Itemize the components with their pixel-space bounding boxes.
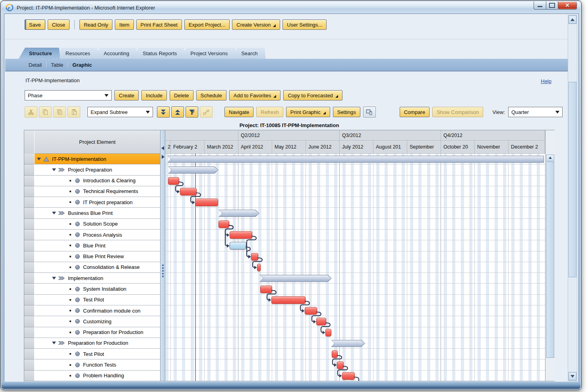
tab-project-versions[interactable]: Project Versions: [180, 48, 236, 59]
expand-all-button[interactable]: [157, 106, 170, 118]
row-selector-cell[interactable]: [24, 273, 34, 284]
chart-scroll-up-button[interactable]: [546, 154, 554, 161]
row-selector-cell[interactable]: [24, 164, 34, 175]
gantt-bar-summary[interactable]: [331, 340, 365, 347]
row-selector-cell[interactable]: [24, 197, 34, 208]
copy-graphic-button[interactable]: [363, 106, 376, 118]
close-button[interactable]: Close: [48, 19, 70, 30]
tree-row[interactable]: Introduction & Clearing: [35, 176, 160, 186]
expander-icon[interactable]: [52, 212, 56, 216]
row-selector-cell[interactable]: [24, 208, 34, 218]
expander-icon[interactable]: [52, 342, 56, 346]
gantt-bar-summary[interactable]: [168, 166, 219, 174]
row-selector-cell[interactable]: [24, 316, 34, 327]
expander-icon[interactable]: [52, 277, 56, 282]
print-graphic-button[interactable]: Print Graphic: [286, 107, 330, 117]
gantt-bar-task[interactable]: [337, 361, 344, 369]
expand-subtree-select[interactable]: Expand Subtree: [87, 107, 153, 117]
tree-row[interactable]: IT-PPM-Implementation: [35, 154, 160, 164]
page-vertical-scrollbar[interactable]: [568, 15, 577, 381]
add-to-favorites-button[interactable]: Add to Favorites: [229, 90, 281, 100]
page-scroll-up-button[interactable]: [569, 15, 576, 24]
navigate-button[interactable]: Navigate: [224, 107, 253, 117]
gantt-bar-summary[interactable]: [219, 210, 259, 217]
row-selector-cell[interactable]: [24, 284, 34, 294]
tree-row[interactable]: System Installation: [35, 284, 160, 294]
expand-right-icon[interactable]: [161, 155, 164, 159]
row-selector-cell[interactable]: [24, 305, 34, 316]
read-only-button[interactable]: Read Only: [79, 19, 112, 30]
gantt-bar-task[interactable]: [342, 372, 355, 380]
user-settings-button[interactable]: User Settings...: [282, 19, 327, 30]
chart-vertical-scrollbar[interactable]: [545, 130, 555, 381]
window-titlebar[interactable]: e Project: IT-PPM-Implementation - Micro…: [2, 2, 580, 14]
tree-row[interactable]: Preparation for Production: [35, 327, 160, 338]
page-scroll-thumb[interactable]: [569, 82, 576, 277]
tab-structure[interactable]: Structure: [19, 48, 60, 59]
row-selector-cell[interactable]: [24, 359, 34, 370]
gantt-bar-task[interactable]: [332, 350, 338, 358]
copy-to-forecasted-button[interactable]: Copy to Forecasted: [283, 90, 342, 100]
tree-row[interactable]: Preparation for Production: [35, 338, 160, 349]
minimize-button[interactable]: [534, 2, 546, 10]
tree-row[interactable]: Test Pilot: [35, 295, 160, 305]
include-button[interactable]: Include: [141, 90, 167, 100]
gantt-bar-task[interactable]: [260, 286, 272, 293]
gantt-bar-task[interactable]: [305, 307, 317, 315]
expander-icon[interactable]: [52, 168, 56, 173]
tab-resources[interactable]: Resources: [55, 48, 98, 59]
create-button[interactable]: Create: [114, 90, 139, 100]
collapse-all-button[interactable]: [171, 106, 184, 118]
tab-accounting[interactable]: Accounting: [93, 48, 137, 59]
tree-row[interactable]: Blue Print: [35, 240, 160, 251]
gantt-bar-summary[interactable]: [259, 275, 332, 282]
row-selector-cell[interactable]: [24, 295, 34, 305]
row-selector-cell[interactable]: [24, 251, 34, 262]
gantt-bar-task[interactable]: [325, 329, 331, 336]
show-comparison-button[interactable]: Show Comparison: [432, 107, 483, 117]
export-project-button[interactable]: Export Project...: [184, 19, 230, 30]
tab-search[interactable]: Search: [231, 48, 265, 59]
splitter-grip[interactable]: [162, 265, 164, 278]
subnav-graphic[interactable]: Graphic: [68, 62, 96, 68]
row-selector-cell[interactable]: [24, 230, 34, 240]
tree-row[interactable]: Problem Handling: [35, 371, 160, 381]
settings-button[interactable]: Settings: [333, 107, 360, 117]
tab-status-reports[interactable]: Status Reports: [132, 48, 185, 59]
page-scroll-down-button[interactable]: [569, 372, 576, 380]
print-fact-sheet-button[interactable]: Print Fact Sheet: [136, 19, 182, 30]
gantt-bar-summary[interactable]: [167, 156, 544, 163]
row-selector-cell[interactable]: [24, 349, 34, 359]
tree-row[interactable]: Customizing: [35, 316, 160, 327]
gantt-bar-task[interactable]: [168, 177, 179, 185]
gantt-bar-task[interactable]: [271, 296, 306, 304]
item-button[interactable]: Item: [115, 19, 133, 30]
gantt-bar-task[interactable]: [180, 188, 197, 195]
tree-row[interactable]: Project Preparation: [35, 164, 160, 175]
compare-button[interactable]: Compare: [400, 107, 429, 117]
chart-scroll-thumb[interactable]: [546, 162, 554, 358]
close-button[interactable]: ✕: [558, 2, 577, 10]
gantt-bar-task[interactable]: [257, 264, 261, 271]
row-selector-cell[interactable]: [24, 371, 34, 381]
tree-row[interactable]: Test Pilot: [35, 349, 160, 359]
row-selector-cell[interactable]: [24, 186, 34, 197]
collapse-left-icon[interactable]: [161, 146, 164, 150]
tree-row[interactable]: Confirmation module con: [35, 305, 160, 316]
gantt-bar-task[interactable]: [195, 199, 218, 206]
tree-row[interactable]: Consolidation & Release: [35, 262, 160, 273]
tree-row[interactable]: Implementation: [35, 273, 160, 284]
schedule-button[interactable]: Schedule: [196, 90, 226, 100]
tree-row[interactable]: Business Blue Print: [35, 208, 160, 218]
expander-icon[interactable]: [37, 158, 41, 162]
tree-row[interactable]: Blue Print Review: [35, 251, 160, 262]
row-selector-cell[interactable]: [24, 176, 34, 186]
create-version-button[interactable]: Create Version: [232, 19, 280, 30]
tree-row[interactable]: Function Tests: [35, 359, 160, 370]
gantt-bar-task[interactable]: [316, 318, 326, 325]
filter-button[interactable]: [186, 106, 198, 118]
refresh-button[interactable]: Refresh: [256, 107, 283, 117]
pane-splitter[interactable]: [160, 130, 165, 381]
help-link[interactable]: Help: [541, 78, 551, 84]
gantt-bar-task-selected[interactable]: [230, 242, 246, 249]
